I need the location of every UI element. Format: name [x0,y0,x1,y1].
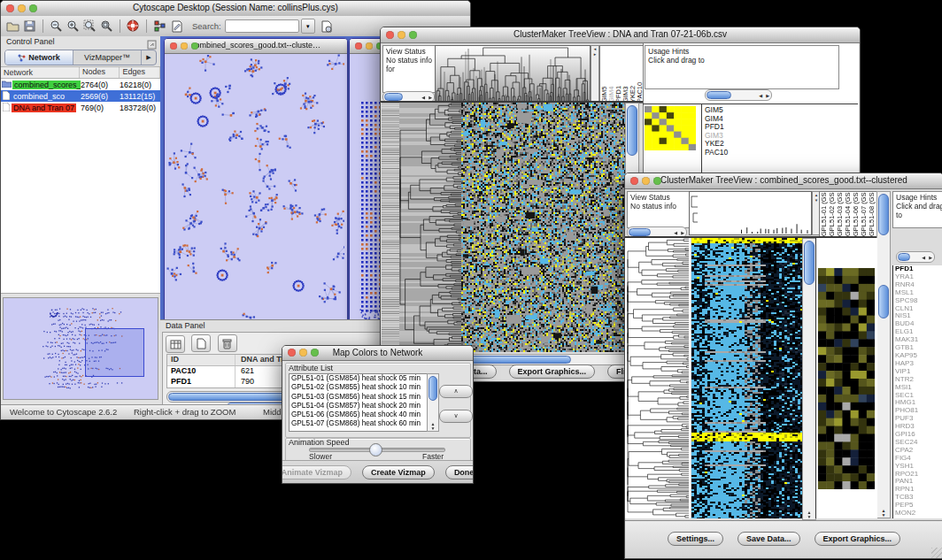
gene-item[interactable]: MON2 [895,510,942,518]
network-view-window[interactable]: combined_scores_good.txt--cluste… [164,38,348,328]
column-label[interactable]: GPL51-03 (GSM856) [836,192,844,236]
column-label[interactable]: PAC10 [636,46,643,103]
export-graphics-button[interactable]: Export Graphics... [815,532,901,546]
gene-list-scrollbar[interactable]: ▲▼ [876,191,891,518]
column-label[interactable]: GPL51-04 (GSM857) [844,192,852,236]
zoom-selected-icon[interactable] [98,19,115,35]
resize-grip[interactable] [931,548,942,558]
close-button[interactable] [386,31,394,39]
zoom-button[interactable] [653,177,661,185]
mini-heatmap[interactable] [818,268,875,489]
open-icon[interactable] [4,19,21,35]
network-row[interactable]: combined_scores_2764(0)16218(0) [1,79,160,90]
attribute-item[interactable]: GPL51-02 (GSM855) heat shock 10 min [291,383,429,392]
col-nodes[interactable]: Nodes [80,67,120,78]
minimize-button[interactable] [398,31,405,39]
close-button[interactable] [6,4,14,12]
mini-heatmap[interactable] [645,106,696,150]
zoom-out-icon[interactable] [48,19,65,35]
close-button[interactable] [170,42,177,50]
tab-network[interactable]: Network [5,50,73,65]
column-label[interactable]: GPL51-07 (GSM868) [860,192,868,236]
column-label[interactable]: GPL51-01 (GSM854) [820,192,828,236]
tab-vizmapper[interactable]: VizMapper™ [73,50,142,65]
zoom-button[interactable] [311,349,319,357]
network-overview-icon[interactable] [151,19,168,35]
cytoscape-titlebar[interactable]: Cytoscape Desktop (Session Name: collins… [1,1,470,17]
minimize-button[interactable] [181,42,188,50]
report-icon[interactable] [319,19,336,35]
col-network[interactable]: Network [1,67,80,78]
row-dendrogram[interactable] [399,103,461,352]
move-down-button[interactable]: ∨ [439,410,473,423]
desktop: Cytoscape Desktop (Session Name: collins… [0,0,942,560]
close-button[interactable] [630,177,638,185]
table-icon[interactable] [166,335,185,353]
settings-button[interactable]: Settings... [668,532,723,546]
zoom-button[interactable] [409,31,417,39]
doc-icon [1,91,12,102]
save-data-button[interactable]: Save Data... [737,532,800,546]
minimize-button[interactable] [366,42,373,50]
minimize-button[interactable] [299,349,307,357]
search-dropdown-icon[interactable]: ▾ [301,19,315,34]
zoom-fit-icon[interactable] [81,19,98,35]
col-id[interactable]: ID [167,355,236,365]
gene-item[interactable]: PAC10 [705,149,776,157]
status-welcome: Welcome to Cytoscape 2.6.2 [10,407,117,417]
network-canvas[interactable] [166,54,344,326]
col-edges[interactable]: Edges [120,67,160,78]
move-up-button[interactable]: ∧ [439,385,473,398]
usage-hints-scrollbar[interactable]: ◀▶ [705,89,772,101]
zoom-button[interactable] [191,42,198,50]
row-dendrogram[interactable] [627,238,689,518]
column-label[interactable]: GIM4 [607,46,614,103]
control-panel: Control Panel Network VizMapper™ ▶ Netwo… [1,36,161,405]
close-button[interactable] [288,349,296,357]
done-button[interactable]: Done [445,465,474,479]
attribute-item[interactable]: GPL51-03 (GSM856) heat shock 15 min [291,393,429,402]
zoom-button[interactable] [29,4,37,12]
column-label[interactable]: GPL51-08 (GSM872) [868,192,876,236]
column-dendrogram[interactable] [435,45,591,103]
column-label[interactable]: GIM5 [600,46,607,103]
column-dendrogram[interactable] [689,191,812,235]
minimize-button[interactable] [642,177,650,185]
animation-slider-thumb[interactable] [369,443,382,456]
search-input[interactable] [225,19,299,33]
attribute-list-scrollbar[interactable]: ▲▼ [427,373,439,432]
birdseye-view[interactable] [3,297,158,400]
row-label-strip[interactable] [382,103,399,352]
new-doc-icon[interactable] [191,334,211,352]
usage-hints-scrollbar[interactable]: ◀▶ [896,251,935,263]
close-button[interactable] [355,42,362,50]
dialog-buttons: Animate VizmapCreate VizmapDone [282,460,473,483]
create-vizmap-button[interactable]: Create Vizmap [362,465,435,479]
attribute-item[interactable]: GPL51-07 (GSM868) heat shock 60 min [291,419,429,428]
column-label[interactable]: GPL51-06 (GSM865) [852,192,860,236]
network-row[interactable]: DNA and Tran 07769(0)183728(0) [1,102,160,113]
attribute-item[interactable]: GPL51-06 (GSM865) heat shock 40 min [291,410,429,419]
heatmap[interactable] [691,238,802,518]
annotation-icon[interactable] [168,19,185,35]
column-label[interactable]: GPL51-02 (GSM855) [828,192,836,236]
heatmap-vscrollbar[interactable]: ▲▼ [802,238,816,520]
attribute-item[interactable]: GPL51-04 (GSM857) heat shock 20 min [291,402,429,410]
column-label[interactable]: GIM3 [622,46,629,103]
network-row[interactable]: combined_sco2569(6)13112(15) [1,90,160,102]
minimize-button[interactable] [18,4,26,12]
trash-icon[interactable] [218,334,237,352]
save-icon[interactable] [21,19,38,35]
heatmap[interactable] [461,103,625,352]
attribute-item[interactable]: GPL51-01 (GSM854) heat shock 05 min [291,374,429,383]
zoom-in-icon[interactable] [65,19,81,35]
label-scroll-arrows[interactable]: ◂▸ [591,45,599,103]
network-name: combined_sco [12,92,66,101]
column-label[interactable]: PFD1 [614,46,622,103]
export-graphics-button[interactable]: Export Graphics... [509,364,596,379]
column-label[interactable]: YKE2 [629,46,636,103]
animate-vizmap-button[interactable]: Animate Vizmap [282,465,351,479]
tab-overflow-button[interactable]: ▶ [142,50,156,65]
birdseye-canvas[interactable] [4,298,156,397]
help-ring-icon[interactable] [125,19,142,35]
